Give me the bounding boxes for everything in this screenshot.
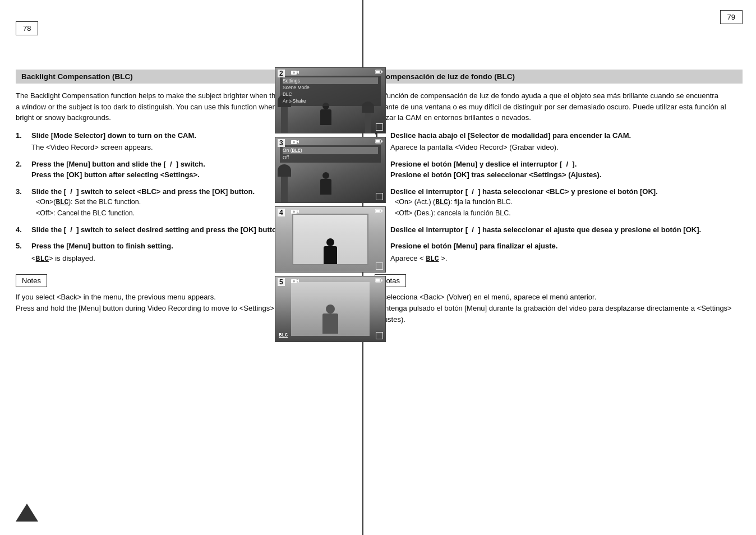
svg-rect-11 [376,140,380,142]
frame-cam-icon-3 [291,139,299,146]
svg-point-8 [293,141,295,144]
right-step-3: 3. Deslice el interruptor [ / ] hasta se… [375,186,743,219]
center-images-container: Settings Scene Mode BLC Anti-Shake 2 [275,67,398,345]
right-step-title-1: Deslice hacia abajo el [Selector de moda… [390,131,631,140]
frame-step-num-3: 3 [278,139,285,147]
svg-rect-10 [381,141,382,142]
svg-rect-22 [381,280,382,282]
svg-rect-4 [381,71,382,73]
frame-batt-icon-2 [375,70,383,75]
frame-cam-icon-5 [291,278,299,285]
left-step-num-2: 2. [16,159,31,181]
right-step-5: 5. Presione el botón [Menu] para finaliz… [375,241,743,264]
svg-rect-23 [376,279,380,282]
right-step-4: 4. Deslice el interruptor [ / ] hasta se… [375,224,743,236]
frame-cam-icon-4 [291,209,299,215]
frame-batt-icon-4 [375,209,383,214]
right-step-content-1: Deslice hacia abajo el [Selector de moda… [390,130,743,153]
right-step-content-4: Deslice el interruptor [ / ] hasta selec… [390,224,743,236]
image-3-menu: On (BLC) Off [280,145,381,163]
right-step-title-2: Presione el botón [Menu] y deslice el in… [390,160,601,179]
cam-frame-4: 4 [275,206,386,273]
right-step-2: 2. Presione el botón [Menu] y deslice el… [375,159,743,181]
right-intro-text: La función de compensación de luz de fon… [375,90,743,123]
menu-row-off: Off [283,154,378,161]
svg-rect-17 [376,210,380,212]
right-step-content-3: Deslice el interruptor [ / ] hasta selec… [390,186,743,219]
left-step-title-3: Slide the [ / ] switch to select <BLC> a… [31,187,255,196]
left-step-num-4: 4. [16,224,31,236]
right-step-bullet-3a: <On> (Act.) (BLC): fija la función BLC. [395,197,743,208]
notas-line-1: Si selecciona <Back> (Volver) en el menú… [375,293,596,301]
right-step-content-2: Presione el botón [Menu] y deslice el in… [390,159,743,181]
page: 78 Backlight Compensation (BLC) The Back… [0,0,756,535]
right-page-number: 79 [720,10,743,24]
svg-rect-5 [376,71,380,73]
svg-marker-19 [297,279,299,283]
frame-step-num-5: 5 [278,278,285,286]
image-2-menu: Settings Scene Mode BLC Anti-Shake [280,76,381,106]
page-arrow-icon [16,504,38,522]
menu-row-on: On (BLC) [283,147,378,154]
right-step-title-5: Presione el botón [Menu] para finalizar … [390,242,557,250]
left-page-number: 78 [16,21,38,35]
notes-line-2: Press and hold the [Menu] button during … [16,304,301,312]
cam-frame-3: On (BLC) Off 3 [275,137,386,203]
svg-marker-7 [297,140,299,144]
right-step-title-3: Deslice el interruptor [ / ] hasta selec… [390,187,658,196]
right-step-sub-5: Aparece < BLC >. [390,253,743,265]
menu-row-antishake: Anti-Shake [283,98,378,104]
frame-step-num-4: 4 [278,209,285,216]
left-step-title-1: Slide [Mode Selector] down to turn on th… [31,131,196,140]
cam-image-2: Settings Scene Mode BLC Anti-Shake 2 [275,67,398,133]
cam-image-5: BLC 5 [275,276,398,342]
right-column: 79 Compensación de luz de fondo (BLC) La… [363,0,756,535]
svg-point-2 [293,72,295,74]
svg-rect-16 [381,210,382,212]
cam-image-4: 4 [275,206,398,273]
left-step-num-3: 3. [16,186,31,219]
right-top-area: 79 [375,10,743,44]
frame-batt-icon-3 [375,139,383,145]
right-step-sub-1: Aparece la pantalla <Video Record> (Grab… [390,142,743,153]
right-step-bullet-3b: <Off> (Des.): cancela la función BLC. [395,208,743,219]
left-top-area: 78 [16,10,349,44]
notes-label: Notes [16,274,47,287]
notas-line-2: Mantenga pulsado el botón [Menu] durante… [375,304,732,324]
right-step-1: 1. Deslice hacia abajo el [Selector de m… [375,130,743,153]
frame-cam-icon-2 [291,70,299,76]
frame-corner-sq-2 [376,123,383,131]
menu-row-blc: BLC [283,91,378,98]
notes-line-1: If you select <Back> in the menu, the pr… [16,293,216,301]
left-step-title-2: Press the [Menu] button and slide the [ … [31,160,205,179]
svg-marker-1 [297,71,299,74]
menu-row-scenemode: Scene Mode [283,84,378,91]
frame-batt-icon-5 [375,278,383,284]
left-step-title-4: Slide the [ / ] switch to select desired… [31,225,283,234]
svg-marker-13 [297,210,299,213]
cam-image-3: On (BLC) Off 3 [275,137,398,203]
notas-section: Notas Si selecciona <Back> (Volver) en e… [375,272,743,325]
right-section-header: Compensación de luz de fondo (BLC) [375,70,743,84]
frame-corner-sq-5 [376,332,383,339]
right-steps-list: 1. Deslice hacia abajo el [Selector de m… [375,130,743,265]
left-step-title-5: Press the [Menu] button to finish settin… [31,242,173,250]
left-step-num-1: 1. [16,130,31,153]
right-step-title-4: Deslice el interruptor [ / ] hasta selec… [390,225,701,234]
menu-row-settings: Settings [283,77,378,84]
cam-frame-2: Settings Scene Mode BLC Anti-Shake 2 [275,67,386,133]
right-step-content-5: Presione el botón [Menu] para finalizar … [390,241,743,264]
frame-corner-sq-4 [376,262,383,270]
svg-point-20 [293,280,295,283]
notas-content: Si selecciona <Back> (Volver) en el menú… [375,292,743,325]
cam-frame-5: BLC 5 [275,276,386,342]
frame-corner-sq-3 [376,193,383,200]
blc-indicator: BLC [279,333,288,338]
frame-step-num-2: 2 [278,70,285,77]
svg-point-14 [293,211,295,213]
left-step-num-5: 5. [16,241,31,264]
